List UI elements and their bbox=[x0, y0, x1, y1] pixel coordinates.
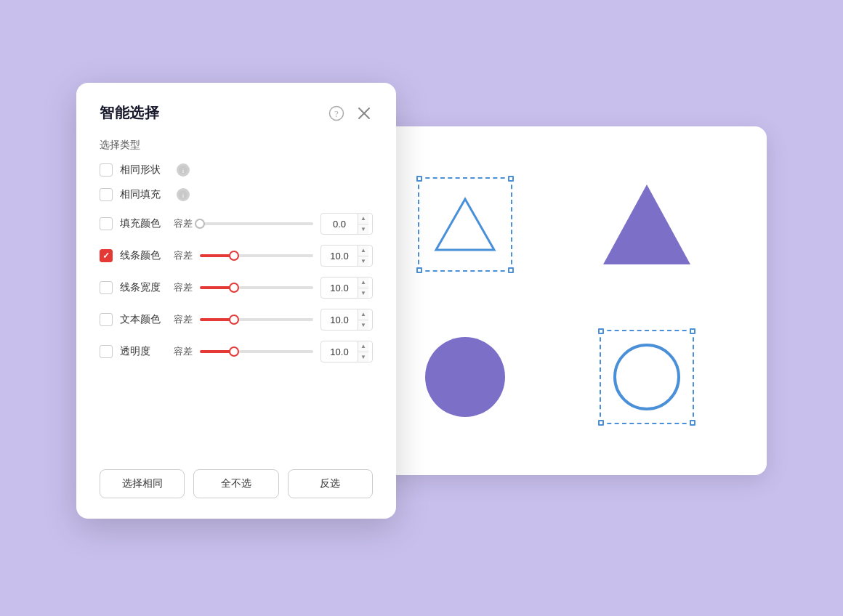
option-same-shape: 相同形状 i bbox=[100, 163, 373, 177]
slider-fill-color[interactable] bbox=[200, 222, 313, 225]
shape-circle-filled bbox=[425, 337, 505, 417]
stroke-width-spinners: ▲ ▼ bbox=[358, 277, 368, 298]
dialog-footer: 选择相同 全不选 反选 bbox=[100, 455, 373, 498]
invert-selection-button[interactable]: 反选 bbox=[288, 469, 373, 498]
input-fill-color[interactable]: ▲ ▼ bbox=[320, 213, 373, 235]
stroke-width-down[interactable]: ▼ bbox=[358, 288, 368, 299]
text-color-down[interactable]: ▼ bbox=[358, 320, 368, 331]
option-stroke-width: 线条宽度 容差 ▲ ▼ bbox=[100, 277, 373, 299]
shape-triangle-filled-container[interactable] bbox=[600, 177, 694, 272]
info-icon-same-shape[interactable]: i bbox=[177, 163, 190, 177]
checkbox-same-fill[interactable] bbox=[100, 188, 113, 201]
label-stroke-width: 线条宽度 bbox=[120, 281, 169, 294]
help-button[interactable]: ? bbox=[328, 105, 345, 122]
stroke-width-value[interactable] bbox=[321, 283, 358, 293]
handle-br bbox=[508, 267, 514, 273]
shape-circle-filled-container[interactable] bbox=[418, 330, 512, 424]
checkbox-stroke-color[interactable] bbox=[100, 249, 113, 262]
input-stroke-width[interactable]: ▲ ▼ bbox=[320, 277, 373, 299]
checkbox-stroke-width[interactable] bbox=[100, 281, 113, 294]
selection-box bbox=[418, 177, 512, 272]
label-same-fill: 相同填充 bbox=[120, 188, 169, 201]
handle-circle-bl bbox=[598, 420, 604, 426]
dialog-panel: 智能选择 ? 选择类型 相同形状 bbox=[76, 83, 396, 519]
input-opacity[interactable]: ▲ ▼ bbox=[320, 341, 373, 362]
label-same-shape: 相同形状 bbox=[120, 163, 169, 177]
checkbox-text-color[interactable] bbox=[100, 313, 113, 326]
select-same-button[interactable]: 选择相同 bbox=[100, 469, 185, 498]
svg-text:?: ? bbox=[334, 108, 339, 118]
tolerance-fill-color: 容差 bbox=[172, 217, 193, 230]
label-text-color: 文本颜色 bbox=[120, 313, 169, 326]
input-text-color[interactable]: ▲ ▼ bbox=[320, 309, 373, 331]
stroke-color-spinners: ▲ ▼ bbox=[358, 246, 368, 266]
handle-tl bbox=[416, 176, 422, 182]
fill-color-spinners: ▲ ▼ bbox=[358, 214, 368, 234]
slider-text-color[interactable] bbox=[200, 318, 313, 321]
close-button[interactable] bbox=[355, 105, 373, 122]
tolerance-stroke-width: 容差 bbox=[172, 281, 193, 294]
label-stroke-color: 线条颜色 bbox=[120, 249, 169, 262]
opacity-value[interactable] bbox=[321, 346, 358, 357]
tolerance-stroke-color: 容差 bbox=[172, 249, 193, 262]
select-none-button[interactable]: 全不选 bbox=[193, 469, 278, 498]
opacity-down[interactable]: ▼ bbox=[358, 352, 368, 362]
checkbox-opacity[interactable] bbox=[100, 345, 113, 358]
opacity-spinners: ▲ ▼ bbox=[358, 341, 368, 362]
shape-triangle-filled bbox=[603, 185, 690, 264]
dialog-title: 智能选择 bbox=[100, 103, 159, 123]
fill-color-value[interactable] bbox=[321, 219, 358, 230]
stroke-color-up[interactable]: ▲ bbox=[358, 246, 368, 256]
canvas-panel bbox=[345, 126, 767, 475]
opacity-up[interactable]: ▲ bbox=[358, 341, 368, 352]
text-color-value[interactable] bbox=[321, 315, 358, 325]
stroke-color-down[interactable]: ▼ bbox=[358, 256, 368, 267]
option-fill-color: 填充颜色 容差 ▲ ▼ bbox=[100, 213, 373, 235]
shape-circle-outline-selected[interactable] bbox=[600, 330, 694, 424]
handle-tr bbox=[508, 176, 514, 182]
close-icon bbox=[358, 107, 371, 120]
option-stroke-color: 线条颜色 容差 ▲ ▼ bbox=[100, 245, 373, 267]
option-same-fill: 相同填充 i bbox=[100, 188, 373, 201]
checkbox-fill-color[interactable] bbox=[100, 217, 113, 230]
tolerance-text-color: 容差 bbox=[172, 313, 193, 326]
label-fill-color: 填充颜色 bbox=[120, 217, 169, 230]
fill-color-down[interactable]: ▼ bbox=[358, 224, 368, 235]
option-opacity: 透明度 容差 ▲ ▼ bbox=[100, 341, 373, 362]
handle-bl bbox=[416, 267, 422, 273]
help-icon: ? bbox=[328, 105, 344, 121]
slider-stroke-width[interactable] bbox=[200, 286, 313, 289]
selection-box-circle bbox=[600, 330, 694, 424]
shape-triangle-outline-selected[interactable] bbox=[418, 177, 512, 272]
handle-circle-tr bbox=[690, 328, 695, 334]
label-opacity: 透明度 bbox=[120, 345, 169, 358]
stroke-width-up[interactable]: ▲ bbox=[358, 277, 368, 288]
handle-circle-br bbox=[690, 420, 695, 426]
checkbox-same-shape[interactable] bbox=[100, 163, 113, 177]
stroke-color-value[interactable] bbox=[321, 251, 358, 262]
slider-stroke-color[interactable] bbox=[200, 254, 313, 257]
option-text-color: 文本颜色 容差 ▲ ▼ bbox=[100, 309, 373, 331]
input-stroke-color[interactable]: ▲ ▼ bbox=[320, 245, 373, 267]
scene: 智能选择 ? 选择类型 相同形状 bbox=[76, 83, 767, 533]
dialog-header-icons: ? bbox=[328, 105, 373, 122]
dialog-header: 智能选择 ? bbox=[100, 103, 373, 123]
slider-opacity[interactable] bbox=[200, 350, 313, 353]
text-color-spinners: ▲ ▼ bbox=[358, 309, 368, 330]
tolerance-opacity: 容差 bbox=[172, 345, 193, 358]
text-color-up[interactable]: ▲ bbox=[358, 309, 368, 320]
fill-color-up[interactable]: ▲ bbox=[358, 214, 368, 224]
section-label: 选择类型 bbox=[100, 139, 373, 152]
handle-circle-tl bbox=[598, 328, 604, 334]
info-icon-same-fill[interactable]: i bbox=[177, 188, 190, 201]
